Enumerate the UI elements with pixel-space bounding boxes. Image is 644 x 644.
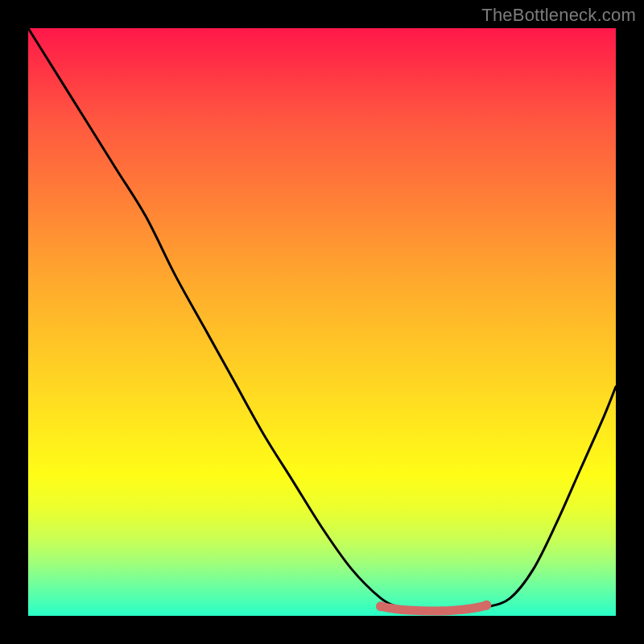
optimal-left-dot	[376, 601, 386, 611]
watermark-text: TheBottleneck.com	[481, 5, 636, 26]
optimal-range-band	[381, 605, 486, 611]
chart-frame: TheBottleneck.com	[0, 0, 644, 644]
bottleneck-curve	[28, 28, 616, 610]
optimal-right-dot	[481, 601, 491, 610]
chart-svg	[28, 28, 616, 616]
plot-area	[28, 28, 616, 616]
